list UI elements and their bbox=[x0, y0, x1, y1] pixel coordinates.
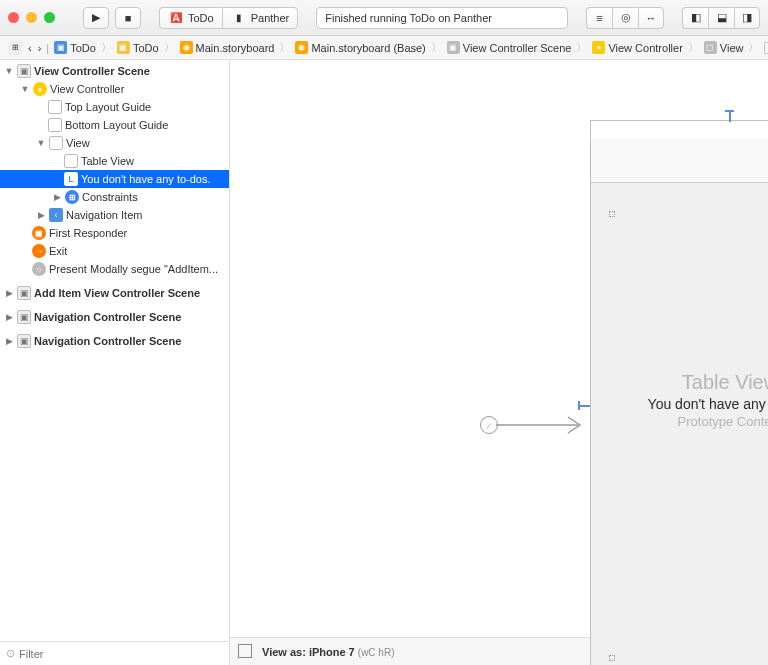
filter-icon: ⊙ bbox=[6, 647, 15, 660]
navitem-row[interactable]: ▶‹Navigation Item bbox=[0, 206, 229, 224]
device-frame[interactable]: + Table View You don't have any to-dos. … bbox=[590, 120, 768, 665]
navitem-icon: ‹ bbox=[49, 208, 63, 222]
guide-icon bbox=[48, 100, 62, 114]
filter-input[interactable] bbox=[19, 645, 223, 663]
run-button[interactable]: ▶ bbox=[83, 7, 109, 29]
play-icon: ▶ bbox=[92, 11, 100, 24]
resize-handle[interactable] bbox=[609, 211, 615, 217]
scheme-selector[interactable]: 🅰️ToDo ▮Panther bbox=[159, 7, 298, 29]
outline-toggle[interactable] bbox=[238, 644, 252, 660]
assistant-editor-icon: ◎ bbox=[621, 11, 631, 24]
minimize-window[interactable] bbox=[26, 12, 37, 23]
prototype-content-label: Prototype Content bbox=[591, 414, 768, 429]
crumb-storyboard-base[interactable]: ◉Main.storyboard (Base) bbox=[293, 41, 427, 54]
disclosure-icon: ▼ bbox=[36, 138, 46, 148]
disclosure-icon: ▶ bbox=[4, 312, 14, 322]
chevron-right-icon: › bbox=[38, 42, 42, 54]
chevron-left-icon: ‹ bbox=[28, 42, 32, 54]
canvas-area: ⟋ ● ▣ → + bbox=[230, 60, 768, 665]
standard-editor-icon: ≡ bbox=[596, 12, 602, 24]
zoom-window[interactable] bbox=[44, 12, 55, 23]
outline-tree: ▼▣View Controller Scene ▼●View Controlle… bbox=[0, 60, 229, 641]
segue-row[interactable]: ○Present Modally segue "AddItem... bbox=[0, 260, 229, 278]
crumb-vc[interactable]: ●View Controller bbox=[590, 41, 684, 54]
guide-icon bbox=[48, 118, 62, 132]
toolbar: ▶ ■ 🅰️ToDo ▮Panther Finished running ToD… bbox=[0, 0, 768, 36]
project-icon: ▣ bbox=[54, 41, 67, 54]
view-row[interactable]: ▼View bbox=[0, 134, 229, 152]
constraints-row[interactable]: ▶⊞Constraints bbox=[0, 188, 229, 206]
first-responder-row[interactable]: ▣First Responder bbox=[0, 224, 229, 242]
stop-icon: ■ bbox=[125, 12, 132, 24]
disclosure-icon: ▼ bbox=[4, 66, 14, 76]
back-button[interactable]: ‹ bbox=[26, 42, 34, 54]
tableview-row[interactable]: Table View bbox=[0, 152, 229, 170]
table-view-placeholder-title: Table View bbox=[591, 371, 768, 394]
related-items-button[interactable]: ⊞ bbox=[6, 41, 24, 55]
ib-canvas[interactable]: ⟋ ● ▣ → + bbox=[230, 60, 768, 637]
right-panel-icon: ◨ bbox=[742, 11, 752, 24]
crumb-storyboard[interactable]: ◉Main.storyboard bbox=[178, 41, 277, 54]
scene-icon: ▣ bbox=[17, 286, 31, 300]
constraint-line bbox=[725, 110, 734, 112]
vc-icon: ● bbox=[33, 82, 47, 96]
disclosure-icon: ▶ bbox=[36, 210, 46, 220]
assistant-editor-button[interactable]: ◎ bbox=[612, 7, 638, 29]
activity-status: Finished running ToDo on Panther bbox=[316, 7, 568, 29]
label-icon: L bbox=[764, 42, 768, 54]
segue-icon: ○ bbox=[32, 262, 46, 276]
exit-row[interactable]: →Exit bbox=[0, 242, 229, 260]
constraint-line[interactable] bbox=[578, 405, 590, 407]
disclosure-icon: ▶ bbox=[4, 288, 14, 298]
vc-icon: ● bbox=[592, 41, 605, 54]
view-icon: ▢ bbox=[704, 41, 717, 54]
label-row-selected[interactable]: LYou don't have any to-dos. bbox=[0, 170, 229, 188]
resize-handle[interactable] bbox=[609, 655, 615, 661]
outline-icon bbox=[238, 644, 252, 658]
exit-icon: → bbox=[32, 244, 46, 258]
stop-button[interactable]: ■ bbox=[115, 7, 141, 29]
document-outline: ▼▣View Controller Scene ▼●View Controlle… bbox=[0, 60, 230, 665]
crumb-project[interactable]: ▣ToDo bbox=[52, 41, 98, 54]
view-as-button[interactable]: View as: iPhone 7 (wC hR) bbox=[262, 646, 394, 658]
scene-row[interactable]: ▶▣Navigation Controller Scene bbox=[0, 332, 229, 350]
storyboard-icon: ◉ bbox=[180, 41, 193, 54]
window-controls bbox=[8, 12, 55, 23]
right-panel-toggle[interactable]: ◨ bbox=[734, 7, 760, 29]
jump-bar: ⊞ ‹ › | ▣ToDo〉 ▣ToDo〉 ◉Main.storyboard〉 … bbox=[0, 36, 768, 60]
version-editor-button[interactable]: ↔ bbox=[638, 7, 664, 29]
table-view[interactable]: Table View You don't have any to-dos. Pr… bbox=[591, 371, 768, 429]
tableview-icon bbox=[64, 154, 78, 168]
empty-label[interactable]: You don't have any to-dos. bbox=[591, 396, 768, 412]
scheme-device: Panther bbox=[251, 12, 290, 24]
status-bar bbox=[591, 121, 768, 139]
standard-editor-button[interactable]: ≡ bbox=[586, 7, 612, 29]
panel-toggle-group: ◧ ⬓ ◨ bbox=[682, 7, 760, 29]
layout-guide-row[interactable]: Top Layout Guide bbox=[0, 98, 229, 116]
bottom-panel-icon: ⬓ bbox=[717, 11, 727, 24]
crumb-view[interactable]: ▢View bbox=[702, 41, 746, 54]
scene-row[interactable]: ▼▣View Controller Scene bbox=[0, 62, 229, 80]
constraint-line[interactable] bbox=[729, 110, 731, 122]
close-window[interactable] bbox=[8, 12, 19, 23]
bottom-panel-toggle[interactable]: ⬓ bbox=[708, 7, 734, 29]
scene-row[interactable]: ▶▣Navigation Controller Scene bbox=[0, 308, 229, 326]
crumb-scene[interactable]: ▣View Controller Scene bbox=[445, 41, 574, 54]
scene-icon: ▣ bbox=[17, 64, 31, 78]
left-panel-toggle[interactable]: ◧ bbox=[682, 7, 708, 29]
forward-button[interactable]: › bbox=[36, 42, 44, 54]
editor-mode-group: ≡ ◎ ↔ bbox=[586, 7, 664, 29]
disclosure-icon: ▶ bbox=[4, 336, 14, 346]
related-icon: ⊞ bbox=[8, 41, 22, 55]
main-area: ▼▣View Controller Scene ▼●View Controlle… bbox=[0, 60, 768, 665]
vc-row[interactable]: ▼●View Controller bbox=[0, 80, 229, 98]
device-icon: ▮ bbox=[231, 10, 247, 26]
scene-row[interactable]: ▶▣Add Item View Controller Scene bbox=[0, 284, 229, 302]
disclosure-icon: ▼ bbox=[20, 84, 30, 94]
scene-icon: ▣ bbox=[17, 310, 31, 324]
layout-guide-row[interactable]: Bottom Layout Guide bbox=[0, 116, 229, 134]
crumb-label[interactable]: LYou don't have any to-dos. bbox=[762, 42, 768, 54]
crumb-folder[interactable]: ▣ToDo bbox=[115, 41, 161, 54]
scene-icon: ▣ bbox=[17, 334, 31, 348]
first-responder-icon: ▣ bbox=[32, 226, 46, 240]
